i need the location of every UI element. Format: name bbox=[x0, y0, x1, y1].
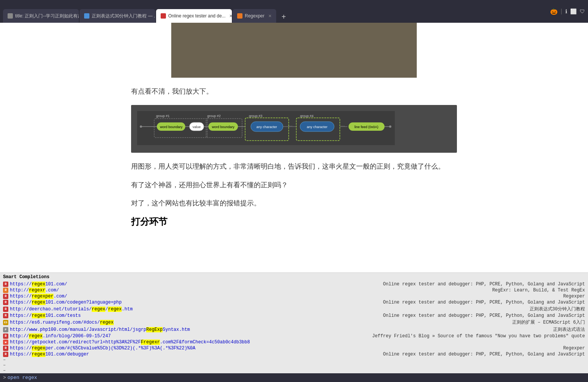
url-12: https://regex101.com/debugger bbox=[10, 352, 297, 357]
favicon-11: R bbox=[3, 346, 8, 351]
desc-1: Online regex tester and debugger: PHP, P… bbox=[298, 282, 585, 287]
svg-text:any character: any character bbox=[307, 125, 328, 129]
completion-row-11[interactable]: R https://regexper.com/#(%5Cbvalue%5Cb)(… bbox=[0, 345, 588, 351]
svg-text:···: ··· bbox=[341, 123, 345, 128]
completion-row-3[interactable]: R https://regexper.com/ Regexper bbox=[0, 293, 588, 299]
url-1: https://regex101.com/ bbox=[10, 282, 297, 287]
separator: | bbox=[561, 8, 562, 15]
page-content-wrapper: 有点看不清，我们放大下。 group #1 word boundary bbox=[0, 23, 588, 230]
favicon-9: R bbox=[3, 333, 8, 339]
completion-row-9[interactable]: R http://regex.info/blog/2006-09-15/247 … bbox=[0, 333, 588, 339]
info-icon: ℹ bbox=[565, 8, 567, 14]
svg-text:value: value bbox=[192, 125, 201, 129]
favicon-2: R bbox=[3, 288, 8, 293]
svg-text:line feed (0x0A): line feed (0x0A) bbox=[354, 125, 378, 129]
top-image-area bbox=[0, 23, 588, 85]
desc-4: Online regex tester and debugger: PHP, P… bbox=[298, 300, 585, 305]
tab-2-favicon bbox=[84, 13, 89, 19]
add-tab-button[interactable]: + bbox=[277, 11, 291, 23]
smart-completions-header: Smart Completions bbox=[0, 273, 588, 281]
dash-3: – bbox=[0, 368, 588, 373]
svg-text:group #4: group #4 bbox=[300, 114, 314, 118]
tab-1-label: title: 正则入门--学习正则如此有趣 bbox=[15, 13, 79, 19]
svg-text:word boundary: word boundary bbox=[211, 125, 235, 129]
favicon-12: R bbox=[3, 352, 8, 357]
url-2: http://regexr.com/ bbox=[10, 288, 297, 293]
svg-point-12 bbox=[140, 125, 142, 128]
tab-4[interactable]: Regexper ✕ bbox=[233, 9, 276, 23]
tab-4-close[interactable]: ✕ bbox=[268, 14, 272, 19]
tab-2[interactable]: 正则表达式30分钟入门教程 — ... ✕ bbox=[80, 9, 155, 23]
url-8: http://www.php100.com/manual/Javascript/… bbox=[10, 327, 297, 332]
desc-12: Online regex tester and debugger: PHP, P… bbox=[298, 352, 585, 357]
url-4: https://regex101.com/codegen?language=ph… bbox=[10, 300, 297, 305]
text2: 有了这个神器，还用担心世界上有看不懂的正则吗？ bbox=[131, 179, 457, 191]
favicon-6: R bbox=[3, 313, 8, 318]
dash-2: – bbox=[0, 363, 588, 368]
browser-actions: 🎃 | ℹ ⬜ 🛡 bbox=[550, 8, 585, 15]
tab-3-close[interactable]: ✕ bbox=[229, 14, 232, 19]
favicon-3: R bbox=[3, 294, 8, 299]
url-7: https://es6.ruanyifeng.com/#docs/regex bbox=[10, 320, 297, 325]
favicon-8: P bbox=[3, 327, 8, 332]
tab-3[interactable]: Online regex tester and de... ✕ bbox=[156, 9, 232, 23]
completion-row-4[interactable]: R https://regex101.com/codegen?language=… bbox=[0, 299, 588, 305]
desc-7: 正则的扩展 – ECMAScript 6入门 bbox=[298, 319, 585, 326]
completion-row-1[interactable]: R https://regex101.com/ Online regex tes… bbox=[0, 281, 588, 287]
desc-3: Regexper bbox=[298, 294, 585, 299]
completion-row-8[interactable]: P http://www.php100.com/manual/Javascrip… bbox=[0, 326, 588, 333]
svg-text:···: ··· bbox=[289, 123, 292, 128]
omnibox-bar[interactable]: > open regex bbox=[0, 373, 588, 382]
main-content: 有点看不清，我们放大下。 group #1 word boundary bbox=[0, 23, 588, 230]
tabs-bar: title: 正则入门--学习正则如此有趣 ✕ 正则表达式30分钟入门教程 — … bbox=[3, 0, 550, 23]
url-5: http://deerchao.net/tutorials/regex/rege… bbox=[10, 307, 297, 312]
completion-row-12[interactable]: R https://regex101.com/debugger Online r… bbox=[0, 351, 588, 357]
favicon-7: ES bbox=[3, 320, 8, 325]
url-10: https://getpocket.com/redirect?url=http%… bbox=[10, 340, 297, 345]
text3: 对了，这个网站也有比较丰富的报错提示。 bbox=[131, 197, 457, 209]
svg-point-31 bbox=[389, 125, 391, 128]
caption-text: 有点看不清，我们放大下。 bbox=[131, 85, 457, 97]
top-image bbox=[171, 23, 417, 78]
autocomplete-panel: Smart Completions R https://regex101.com… bbox=[0, 272, 588, 382]
favicon-1: R bbox=[3, 282, 8, 287]
completion-row-10[interactable]: ❤ https://getpocket.com/redirect?url=htt… bbox=[0, 339, 588, 345]
regex-diagram: group #1 word boundary value group #2 bbox=[137, 111, 395, 145]
completion-row-5[interactable]: R http://deerchao.net/tutorials/regex/re… bbox=[0, 305, 588, 313]
tab-1[interactable]: title: 正则入门--学习正则如此有趣 ✕ bbox=[3, 9, 79, 23]
omnibox-value[interactable]: open regex bbox=[8, 375, 37, 380]
completion-row-6[interactable]: R https://regex101.com/tests Online rege… bbox=[0, 313, 588, 319]
url-9: http://regex.info/blog/2006-09-15/247 bbox=[10, 333, 297, 339]
browser-chrome: title: 正则入门--学习正则如此有趣 ✕ 正则表达式30分钟入门教程 — … bbox=[0, 0, 588, 23]
favicon-4: R bbox=[3, 300, 8, 305]
url-6: https://regex101.com/tests bbox=[10, 313, 297, 318]
completion-row-2[interactable]: R http://regexr.com/ RegExr: Learn, Buil… bbox=[0, 287, 588, 293]
diagram-container: group #1 word boundary value group #2 bbox=[131, 105, 457, 153]
favicon-5: R bbox=[3, 307, 8, 312]
svg-text:group #1: group #1 bbox=[156, 114, 170, 118]
screen-icon: ⬜ bbox=[570, 8, 577, 14]
url-11: https://regexper.com/#(%5Cbvalue%5Cb)(%3… bbox=[10, 346, 297, 351]
article-area: 有点看不清，我们放大下。 group #1 word boundary bbox=[124, 85, 464, 230]
tab-3-favicon bbox=[161, 13, 166, 19]
tab-2-label: 正则表达式30分钟入门教程 — ... bbox=[92, 13, 155, 19]
text1: 用图形，用人类可以理解的方式，非常清晰明白地，告诉我们，这串火星文一般的正则，究… bbox=[131, 160, 457, 172]
svg-text:group #2: group #2 bbox=[207, 114, 221, 118]
completion-row-7[interactable]: ES https://es6.ruanyifeng.com/#docs/rege… bbox=[0, 319, 588, 326]
desc-6: Online regex tester and debugger: PHP, P… bbox=[298, 313, 585, 318]
url-3: https://regexper.com/ bbox=[10, 294, 297, 299]
tab-4-label: Regexper bbox=[245, 13, 264, 19]
tab-1-favicon bbox=[8, 13, 13, 19]
desc-11: Regexper bbox=[298, 346, 585, 351]
dash-1: – bbox=[0, 357, 588, 363]
pocket-icon: 🛡 bbox=[580, 8, 585, 14]
svg-text:group #3: group #3 bbox=[249, 114, 263, 118]
omnibox-prompt: > bbox=[3, 375, 6, 380]
emoji-icon: 🎃 bbox=[550, 8, 558, 15]
desc-5: 正则表达式30分钟入门教程 bbox=[298, 306, 585, 312]
favicon-10: ❤ bbox=[3, 340, 8, 345]
desc-2: RegExr: Learn, Build, & Test RegEx bbox=[298, 288, 585, 293]
tab-4-favicon bbox=[237, 13, 242, 19]
tab-3-label: Online regex tester and de... bbox=[168, 13, 225, 19]
desc-8: 正则表达式语法 bbox=[298, 326, 585, 333]
